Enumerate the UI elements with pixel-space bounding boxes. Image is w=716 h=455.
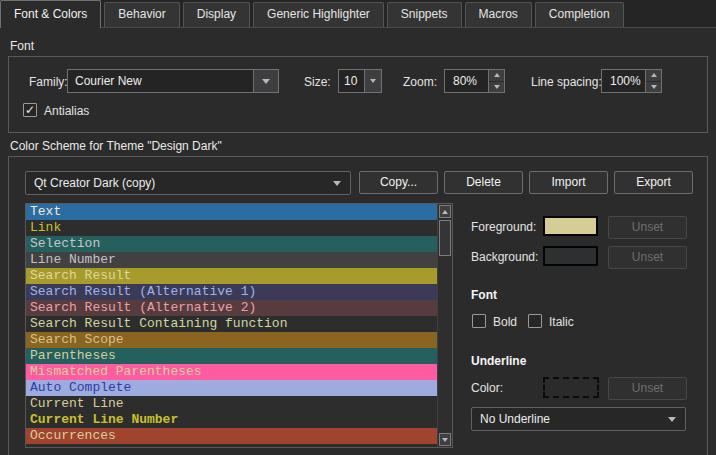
scrollbar[interactable]	[437, 204, 452, 447]
font-size-dropdown-button[interactable]	[365, 69, 382, 93]
antialias-checkbox[interactable]: ✓	[23, 103, 37, 117]
font-family-combobox[interactable]: Courier New	[67, 69, 279, 93]
zoom-label: Zoom:	[403, 75, 437, 89]
font-family-dropdown-button[interactable]	[254, 69, 279, 93]
tab-behavior[interactable]: Behavior	[104, 2, 179, 27]
family-label: Family:	[29, 75, 68, 89]
scrollbar-down-button[interactable]	[439, 433, 451, 446]
unset-foreground-button[interactable]: Unset	[608, 216, 687, 239]
zoom-spin-buttons	[488, 69, 505, 93]
text-editor-options-page: Font & ColorsBehaviorDisplayGeneric High…	[0, 0, 716, 455]
color-item-current-line-number[interactable]: Current Line Number	[26, 412, 437, 428]
line-spacing-value[interactable]: 100%	[601, 69, 645, 93]
spin-up-button[interactable]	[646, 70, 661, 82]
color-scheme-group: Qt Creator Dark (copy) Copy...DeleteImpo…	[8, 156, 708, 455]
line-spacing-spinbox[interactable]: 100%	[601, 69, 662, 93]
underline-color-swatch[interactable]	[543, 377, 599, 398]
color-item-mismatched-parentheses[interactable]: Mismatched Parentheses	[26, 364, 437, 380]
color-items-list: TextLinkSelectionLine NumberSearch Resul…	[25, 203, 453, 448]
color-item-search-result-alternative-2[interactable]: Search Result (Alternative 2)	[26, 300, 437, 316]
scheme-group-title: Color Scheme for Theme "Design Dark"	[10, 139, 222, 153]
copy-button[interactable]: Copy...	[359, 171, 438, 194]
tab-snippets[interactable]: Snippets	[387, 2, 462, 27]
spin-down-button[interactable]	[489, 82, 504, 93]
tab-completion[interactable]: Completion	[535, 2, 624, 27]
size-label: Size:	[304, 75, 331, 89]
font-family-value[interactable]: Courier New	[67, 69, 254, 93]
color-scheme-combobox[interactable]: Qt Creator Dark (copy)	[25, 171, 351, 195]
tab-bar: Font & ColorsBehaviorDisplayGeneric High…	[0, 0, 716, 28]
tab-font-colors[interactable]: Font & Colors	[0, 0, 101, 28]
bold-label: Bold	[493, 315, 517, 329]
underline-style-combobox[interactable]: No Underline	[471, 407, 686, 431]
background-color-swatch[interactable]	[543, 246, 598, 266]
color-item-text[interactable]: Text	[26, 204, 437, 220]
tab-display[interactable]: Display	[183, 2, 250, 27]
underline-style-value: No Underline	[480, 412, 550, 426]
tab-macros[interactable]: Macros	[465, 2, 532, 27]
scrollbar-up-button[interactable]	[439, 205, 451, 218]
color-item-search-result-containing-function[interactable]: Search Result Containing function	[26, 316, 437, 332]
line-spacing-spin-buttons	[645, 69, 662, 93]
chevron-down-icon	[370, 79, 376, 83]
color-item-link[interactable]: Link	[26, 220, 437, 236]
chevron-down-icon	[333, 181, 341, 186]
chevron-down-icon	[668, 417, 676, 422]
unset-background-button[interactable]: Unset	[608, 246, 687, 269]
unset-underline-button[interactable]: Unset	[608, 377, 687, 400]
foreground-color-swatch[interactable]	[543, 216, 598, 236]
bold-checkbox[interactable]	[472, 314, 486, 328]
underline-color-label: Color:	[471, 381, 503, 395]
italic-label: Italic	[549, 315, 574, 329]
line-spacing-label: Line spacing:	[531, 75, 602, 89]
arrow-up-icon	[651, 73, 657, 77]
antialias-label: Antialias	[44, 104, 89, 118]
scrollbar-thumb[interactable]	[439, 220, 451, 256]
font-size-value[interactable]: 10	[338, 69, 365, 93]
background-label: Background:	[471, 250, 538, 264]
chevron-down-icon	[262, 79, 270, 84]
color-item-current-line[interactable]: Current Line	[26, 396, 437, 412]
color-item-search-scope[interactable]: Search Scope	[26, 332, 437, 348]
font-section-heading: Font	[471, 288, 497, 302]
foreground-label: Foreground:	[471, 220, 536, 234]
color-scheme-value: Qt Creator Dark (copy)	[34, 176, 155, 190]
font-group: Family: Courier New Size: 10 Zoom: 80% L…	[8, 56, 708, 133]
spin-up-button[interactable]	[489, 70, 504, 82]
arrow-down-icon	[494, 85, 500, 89]
color-item-search-result[interactable]: Search Result	[26, 268, 437, 284]
color-item-selection[interactable]: Selection	[26, 236, 437, 252]
arrow-up-icon	[442, 210, 448, 214]
color-item-occurrences[interactable]: Occurrences	[26, 428, 437, 444]
spin-down-button[interactable]	[646, 82, 661, 93]
italic-checkbox[interactable]	[528, 314, 542, 328]
color-items-rows: TextLinkSelectionLine NumberSearch Resul…	[26, 204, 437, 444]
color-item-line-number[interactable]: Line Number	[26, 252, 437, 268]
import-button[interactable]: Import	[529, 171, 608, 194]
font-size-combobox[interactable]: 10	[338, 69, 382, 93]
delete-button[interactable]: Delete	[444, 171, 523, 194]
arrow-up-icon	[494, 73, 500, 77]
tab-generic-highlighter[interactable]: Generic Highlighter	[253, 2, 384, 27]
export-button[interactable]: Export	[614, 171, 693, 194]
color-item-search-result-alternative-1[interactable]: Search Result (Alternative 1)	[26, 284, 437, 300]
arrow-down-icon	[651, 85, 657, 89]
color-item-auto-complete[interactable]: Auto Complete	[26, 380, 437, 396]
zoom-value[interactable]: 80%	[444, 69, 488, 93]
color-item-parentheses[interactable]: Parentheses	[26, 348, 437, 364]
zoom-spinbox[interactable]: 80%	[444, 69, 505, 93]
underline-section-heading: Underline	[471, 354, 526, 368]
arrow-down-icon	[442, 438, 448, 442]
font-group-title: Font	[10, 39, 34, 53]
